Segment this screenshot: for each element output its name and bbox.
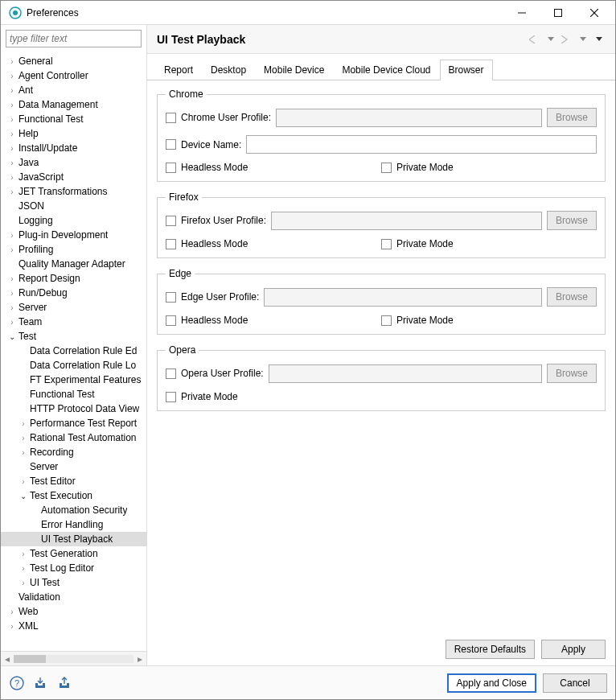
chevron-right-icon[interactable]: › <box>7 115 17 124</box>
chrome-device-name-input[interactable] <box>246 135 597 154</box>
firefox-user-profile-input[interactable] <box>271 212 542 230</box>
opera-browse-button[interactable]: Browse <box>547 364 597 383</box>
tree-item[interactable]: ›Agent Controller <box>1 68 146 83</box>
tab-report[interactable]: Report <box>155 60 202 80</box>
tree-item[interactable]: ›Rational Test Automation <box>1 430 146 445</box>
opera-user-profile-input[interactable] <box>269 364 542 383</box>
edge-browse-button[interactable]: Browse <box>547 287 597 307</box>
tree-item[interactable]: ›Data Management <box>1 97 146 112</box>
tree-item[interactable]: ›Server <box>1 300 146 315</box>
help-icon[interactable]: ? <box>9 675 25 691</box>
apply-and-close-button[interactable]: Apply and Close <box>447 673 536 693</box>
chevron-right-icon[interactable]: › <box>7 72 17 80</box>
tree-item[interactable]: Data Correlation Rule Lo <box>1 358 146 373</box>
chrome-browse-button[interactable]: Browse <box>547 108 597 127</box>
edge-user-profile-input[interactable] <box>264 288 542 307</box>
chrome-user-profile-input[interactable] <box>276 109 542 127</box>
chevron-right-icon[interactable]: › <box>7 274 17 283</box>
tree-item[interactable]: ›Web <box>1 604 146 619</box>
tab-mobile-device-cloud[interactable]: Mobile Device Cloud <box>333 60 439 80</box>
chevron-right-icon[interactable]: › <box>18 579 28 587</box>
tree-item[interactable]: Quality Manager Adapter <box>1 257 146 271</box>
tree-item[interactable]: Validation <box>1 590 146 604</box>
tree-item[interactable]: ›JET Transformations <box>1 184 146 199</box>
chevron-right-icon[interactable]: › <box>7 231 17 240</box>
tree-item[interactable]: Logging <box>1 213 146 228</box>
tab-mobile-device[interactable]: Mobile Device <box>255 60 333 80</box>
tree-item[interactable]: ›Performance Test Report <box>1 416 146 430</box>
edge-private-checkbox[interactable] <box>381 315 392 326</box>
tree-item[interactable]: ›Test Generation <box>1 546 146 561</box>
chevron-right-icon[interactable]: › <box>7 187 17 196</box>
tab-browser[interactable]: Browser <box>440 60 493 80</box>
chevron-right-icon[interactable]: › <box>7 86 17 95</box>
tree-item[interactable]: ›Run/Debug <box>1 286 146 300</box>
tree-item[interactable]: Server <box>1 459 146 474</box>
tree-item[interactable]: ›Report Design <box>1 271 146 286</box>
maximize-button[interactable] <box>540 2 576 24</box>
view-menu-icon[interactable] <box>593 33 606 46</box>
tree-item[interactable]: ›Team <box>1 315 146 329</box>
chevron-right-icon[interactable]: › <box>7 607 17 616</box>
tree-item[interactable]: JSON <box>1 199 146 213</box>
chrome-user-profile-checkbox[interactable] <box>166 113 176 123</box>
tree-item[interactable]: ›Test Log Editor <box>1 561 146 575</box>
filter-input[interactable] <box>6 30 142 47</box>
sidebar-hscroll[interactable]: ◂ ▸ <box>1 651 146 665</box>
scroll-thumb[interactable] <box>14 655 46 663</box>
tree-item[interactable]: ›Ant <box>1 83 146 97</box>
opera-user-profile-checkbox[interactable] <box>166 369 176 379</box>
forward-menu-icon[interactable] <box>577 33 589 46</box>
firefox-headless-checkbox[interactable] <box>166 239 176 249</box>
chevron-right-icon[interactable]: › <box>7 130 17 138</box>
tree-item[interactable]: ›Profiling <box>1 242 146 257</box>
tree-item[interactable]: HTTP Protocol Data View <box>1 401 146 416</box>
tree-item[interactable]: Functional Test <box>1 387 146 401</box>
edge-headless-checkbox[interactable] <box>166 315 176 326</box>
firefox-user-profile-checkbox[interactable] <box>166 216 176 226</box>
tree-item[interactable]: ›Install/Update <box>1 141 146 155</box>
tree-item[interactable]: ›UI Test <box>1 575 146 590</box>
cancel-button[interactable]: Cancel <box>543 673 607 693</box>
forward-button[interactable] <box>561 33 573 46</box>
tree-item[interactable]: ⌄Test <box>1 329 146 344</box>
tree-item[interactable]: ›Functional Test <box>1 112 146 126</box>
chevron-right-icon[interactable]: › <box>18 477 28 486</box>
tree-item[interactable]: ›Recording <box>1 445 146 459</box>
tab-desktop[interactable]: Desktop <box>202 60 255 80</box>
chevron-right-icon[interactable]: › <box>18 419 28 428</box>
chevron-right-icon[interactable]: › <box>7 303 17 312</box>
tree-item[interactable]: ›XML <box>1 619 146 633</box>
tree-item[interactable]: ›Plug-in Development <box>1 228 146 242</box>
chrome-headless-checkbox[interactable] <box>166 163 176 173</box>
chevron-right-icon[interactable]: › <box>7 318 17 327</box>
scroll-left-icon[interactable]: ◂ <box>1 653 14 665</box>
tree-item[interactable]: Data Correlation Rule Ed <box>1 344 146 358</box>
tree-item[interactable]: Automation Security <box>1 503 146 517</box>
chevron-right-icon[interactable]: › <box>7 289 17 298</box>
tree-item[interactable]: ›JavaScript <box>1 170 146 184</box>
chevron-right-icon[interactable]: › <box>7 622 17 631</box>
tree-item[interactable]: FT Experimental Features <box>1 373 146 387</box>
chevron-right-icon[interactable]: › <box>18 564 28 573</box>
chevron-right-icon[interactable]: › <box>18 434 28 443</box>
close-button[interactable] <box>576 2 612 24</box>
export-icon[interactable] <box>57 675 73 691</box>
apply-button[interactable]: Apply <box>541 640 606 659</box>
chevron-right-icon[interactable]: › <box>7 173 17 182</box>
tree-item[interactable]: UI Test Playback <box>1 532 146 546</box>
scroll-right-icon[interactable]: ▸ <box>133 653 146 665</box>
minimize-button[interactable] <box>503 2 540 24</box>
chevron-down-icon[interactable]: ⌄ <box>7 332 17 341</box>
chevron-right-icon[interactable]: › <box>7 159 17 167</box>
tree-item[interactable]: ⌄Test Execution <box>1 488 146 503</box>
chevron-right-icon[interactable]: › <box>18 448 28 457</box>
chevron-right-icon[interactable]: › <box>18 550 28 558</box>
tree-item[interactable]: ›Java <box>1 155 146 170</box>
chevron-right-icon[interactable]: › <box>7 144 17 153</box>
chevron-right-icon[interactable]: › <box>7 57 17 66</box>
import-icon[interactable] <box>33 675 49 691</box>
chevron-right-icon[interactable]: › <box>7 101 17 109</box>
chevron-down-icon[interactable]: ⌄ <box>18 492 28 500</box>
chevron-right-icon[interactable]: › <box>7 245 17 254</box>
